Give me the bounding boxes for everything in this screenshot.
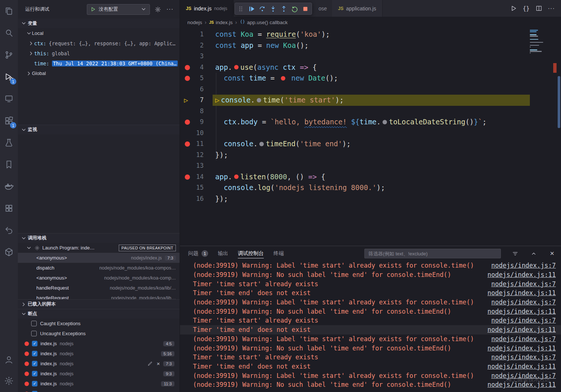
code-line[interactable]: 9 ctx.body = `hello, bytedance! ${time.t… <box>180 117 561 128</box>
remove-breakpoint-icon[interactable]: × <box>157 360 160 367</box>
source-link[interactable]: nodejs/index.js:7 <box>491 262 561 269</box>
breakpoint-dot[interactable] <box>185 76 190 81</box>
breakpoint-checkbox[interactable]: ✓ <box>32 371 37 376</box>
breakpoint-row[interactable]: ✓index.jsnodejs5:16 <box>18 349 180 359</box>
filter-icon[interactable] <box>511 249 519 258</box>
code-line[interactable]: 1const Koa = require('koa'); <box>180 29 561 40</box>
source-link[interactable]: nodejs/index.js:11 <box>488 308 561 315</box>
panel-tab-problems[interactable]: 问题 1 <box>188 246 208 261</box>
activity-item-run-debug[interactable]: 1 <box>0 66 18 88</box>
activity-item-account[interactable] <box>0 349 18 370</box>
run-file-icon[interactable] <box>508 3 519 14</box>
code-line[interactable]: 7▷▷console.time('time start'); <box>180 95 561 106</box>
source-link[interactable]: nodejs/index.js:11 <box>488 344 561 352</box>
source-link[interactable]: nodejs/index.js:7 <box>491 335 561 343</box>
chevron-right-icon[interactable] <box>28 50 34 56</box>
maximize-panel-icon[interactable] <box>529 249 538 258</box>
inline-breakpoint-dot[interactable] <box>234 65 239 69</box>
debug-config-dropdown[interactable]: 没有配置 <box>87 4 150 15</box>
scope-global[interactable]: Global <box>18 68 180 78</box>
caught-exceptions-checkbox[interactable] <box>31 321 37 326</box>
code-line[interactable]: 2const app = new Koa(); <box>180 40 561 51</box>
breadcrumb-symbol[interactable]: app.use() callback <box>240 19 288 26</box>
activity-item-remote-explorer[interactable] <box>0 88 18 110</box>
chevron-right-icon[interactable] <box>21 301 27 307</box>
breakpoint-dot[interactable] <box>24 362 29 366</box>
source-link[interactable]: nodejs/index.js:7 <box>491 317 561 324</box>
stack-frame[interactable]: <anonymous>nodejs/index.js7:3 <box>18 253 180 263</box>
stack-frame[interactable]: dispatchnodejs/node_modules/koa-compos… <box>18 263 180 273</box>
chevron-down-icon[interactable] <box>141 6 147 12</box>
minimap[interactable] <box>530 30 545 54</box>
scope-local[interactable]: Local <box>18 28 180 38</box>
source-link[interactable]: nodejs/index.js:11 <box>488 326 561 333</box>
breakpoint-row[interactable]: ✓index.jsnodejs <box>18 389 180 392</box>
breakpoint-checkbox[interactable]: ✓ <box>32 351 37 356</box>
stack-frame[interactable]: <anonymous>nodejs/node_modules/koa-comp… <box>18 273 180 283</box>
chevron-down-icon[interactable] <box>21 235 27 241</box>
code-line[interactable]: 13 <box>180 160 561 172</box>
breakpoint-dot[interactable] <box>24 372 29 376</box>
start-debug-icon[interactable] <box>90 6 96 12</box>
code-line[interactable]: 6 <box>180 84 561 95</box>
activity-item-docker[interactable] <box>0 175 18 197</box>
code-line[interactable]: 16}); <box>180 193 561 205</box>
edit-breakpoint-icon[interactable] <box>147 360 153 367</box>
code-line[interactable]: 3 <box>180 51 561 62</box>
variable-row-ctx[interactable]: ctx: {request: {…}, response: {…}, app: … <box>18 38 180 48</box>
source-link[interactable]: nodejs/index.js:7 <box>491 353 561 361</box>
breakpoint-dot[interactable] <box>185 174 190 180</box>
breakpoint-dot[interactable] <box>185 65 190 70</box>
braces-icon[interactable]: {} <box>521 3 531 14</box>
chevron-down-icon[interactable] <box>21 127 27 133</box>
breakpoint-row[interactable]: ✓index.jsnodejs11:3 <box>18 379 180 389</box>
chevron-down-icon[interactable] <box>21 20 27 26</box>
breakpoint-row[interactable]: ✓index.jsnodejs×7:3 <box>18 359 180 369</box>
tab-application-js[interactable]: JS application.js <box>332 0 383 17</box>
inline-breakpoint-dot[interactable] <box>383 120 387 124</box>
tab-index-js[interactable]: JS index.js nodejs <box>180 0 234 17</box>
close-panel-icon[interactable]: ✕ <box>548 249 557 258</box>
code-line[interactable]: 14app.listen(8000, () => { <box>180 172 561 183</box>
restart-button[interactable] <box>289 3 300 14</box>
chevron-right-icon[interactable] <box>28 40 34 46</box>
variable-row-time[interactable]: time: Thu Jul 14 2022 21:38:03 GMT+0800 … <box>18 58 180 68</box>
console-filter-input[interactable] <box>364 249 501 258</box>
uncaught-exceptions-checkbox[interactable] <box>31 331 37 336</box>
panel-tab-output[interactable]: 输出 <box>218 246 228 261</box>
breakpoint-checkbox[interactable]: ✓ <box>32 361 37 366</box>
source-link[interactable]: nodejs/index.js:7 <box>491 372 561 379</box>
breakpoint-dot[interactable] <box>185 141 190 147</box>
uncaught-exceptions-row[interactable]: Uncaught Exceptions <box>18 329 180 339</box>
caught-exceptions-row[interactable]: Caught Exceptions <box>18 318 180 329</box>
breakpoint-row[interactable]: ✓index.jsnodejs9:3 <box>18 369 180 379</box>
breakpoint-dot[interactable] <box>24 352 29 356</box>
step-over-button[interactable] <box>257 3 268 14</box>
source-link[interactable]: nodejs/index.js:7 <box>491 280 561 288</box>
variable-row-this[interactable]: this: global <box>18 48 180 58</box>
inline-breakpoint-dot[interactable] <box>257 98 261 102</box>
stop-button[interactable] <box>300 3 311 14</box>
code-line[interactable]: 8 <box>180 106 561 117</box>
tab-partial-hidden[interactable]: ose <box>314 0 332 17</box>
split-editor-icon[interactable] <box>534 3 544 14</box>
debug-settings-gear-icon[interactable] <box>153 5 162 14</box>
breakpoint-dot[interactable] <box>24 342 29 346</box>
activity-item-settings[interactable] <box>0 370 18 391</box>
editor-scrollbar-thumb[interactable] <box>558 76 560 128</box>
code-line[interactable]: 15 console.log('nodejs listening 8000.')… <box>180 182 561 193</box>
chevron-down-icon[interactable] <box>26 245 32 251</box>
source-link[interactable]: nodejs/index.js:7 <box>491 298 561 306</box>
code-line[interactable]: 11 console.timeEnd('time end'); <box>180 138 561 150</box>
debug-session-row[interactable]: Launch Program: inde… PAUSED ON BREAKPOI… <box>18 243 180 253</box>
breadcrumb-file[interactable]: JS index.js <box>209 20 233 25</box>
stack-frame[interactable]: handleRequestnodejs/node_modules/koa/lib… <box>18 293 180 299</box>
stack-frame[interactable]: handleRequestnodejs/node_modules/koa/lib… <box>18 283 180 293</box>
step-into-button[interactable] <box>268 3 279 14</box>
section-header-variables[interactable]: 变量 <box>18 19 180 28</box>
code-line[interactable]: 4app.use(async ctx => { <box>180 62 561 73</box>
section-header-breakpoints[interactable]: 断点 <box>18 309 180 318</box>
code-line[interactable]: 12}); <box>180 150 561 161</box>
source-link[interactable]: nodejs/index.js:11 <box>488 271 561 278</box>
code-editor[interactable]: 1const Koa = require('koa');2const app =… <box>180 28 561 246</box>
